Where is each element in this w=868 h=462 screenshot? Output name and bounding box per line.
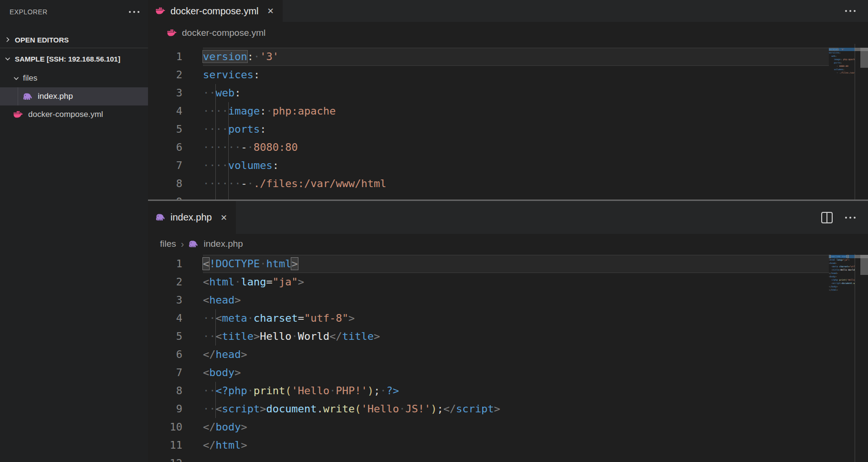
open-editors-label: OPEN EDITORS <box>15 36 69 44</box>
tab-index-php[interactable]: index.php ✕ <box>148 201 236 234</box>
code-line[interactable]: 12 <box>148 454 829 462</box>
minimap-line: ······-·8080:80 <box>829 64 855 68</box>
scrollbar-thumb[interactable] <box>860 255 868 275</box>
docker-whale-icon <box>167 29 177 37</box>
tab-bar-top: docker-compose.yml ✕ <box>148 0 868 22</box>
code-lines: 1version:·'3'2services:3··web:4····image… <box>148 48 829 200</box>
indent-guide <box>215 382 216 418</box>
code-line[interactable]: 5··<title>Hello·World</title> <box>148 327 829 346</box>
minimap-line: </body> <box>829 285 855 288</box>
editor-area: docker-compose.yml ✕ docker-compose.yml … <box>148 0 868 462</box>
scrollbar-track[interactable] <box>855 254 868 462</box>
minimap-line: ··web: <box>829 54 855 58</box>
explorer-sidebar: EXPLORER OPEN EDITORS SAMPLE [SSH: 192.1… <box>0 0 148 462</box>
chevron-down-icon <box>12 74 20 82</box>
line-number[interactable]: 9 <box>148 400 182 418</box>
workspace-section-header[interactable]: SAMPLE [SSH: 192.168.56.101] <box>0 48 148 69</box>
line-number[interactable]: 8 <box>148 382 182 400</box>
code-line[interactable]: 3<head> <box>148 291 829 309</box>
code-line[interactable]: 6······-·8080:80 <box>148 138 829 157</box>
more-actions-icon[interactable] <box>845 10 856 12</box>
line-number[interactable]: 6 <box>148 138 182 157</box>
editor-group-bottom: index.php ✕ files › index.php 1<!DOCTYPE… <box>148 201 868 462</box>
code-editor-docker-compose[interactable]: 1version:·'3'2services:3··web:4····image… <box>148 44 868 200</box>
tree-folder-files[interactable]: files <box>0 69 148 87</box>
php-elephant-icon <box>189 240 199 248</box>
code-line[interactable]: 2services: <box>148 66 829 84</box>
line-number[interactable]: 1 <box>148 255 182 273</box>
code-line[interactable]: 3··web: <box>148 84 829 102</box>
minimap-line: <head> <box>829 262 855 265</box>
line-number[interactable]: 2 <box>148 273 182 291</box>
editor-actions-bottom <box>821 201 868 234</box>
line-number[interactable]: 2 <box>148 66 182 84</box>
minimap[interactable]: <!DOCTYPE·html><html·lang="ja"><head>··<… <box>829 255 855 295</box>
code-line[interactable]: 10</body> <box>148 418 829 436</box>
minimap-line: ····volumes: <box>829 68 855 71</box>
code-line[interactable]: 6</head> <box>148 346 829 364</box>
open-editors-section-header[interactable]: OPEN EDITORS <box>0 32 148 48</box>
line-number[interactable]: 3 <box>148 84 182 102</box>
tab-docker-compose[interactable]: docker-compose.yml ✕ <box>148 0 283 22</box>
minimap-line: ······-·./files:/var/www/html <box>829 71 855 74</box>
close-icon[interactable]: ✕ <box>221 213 227 222</box>
scrollbar-track[interactable] <box>855 44 868 200</box>
breadcrumb-item[interactable]: index.php <box>203 239 243 249</box>
minimap-line: <html·lang="ja"> <box>829 258 855 262</box>
vscode-window: EXPLORER OPEN EDITORS SAMPLE [SSH: 192.1… <box>0 0 868 462</box>
line-number[interactable]: 5 <box>148 120 182 138</box>
line-number[interactable]: 5 <box>148 327 182 346</box>
split-editor-icon[interactable] <box>821 212 833 223</box>
line-number[interactable]: 12 <box>148 454 182 462</box>
breadcrumb-item[interactable]: docker-compose.yml <box>182 28 265 38</box>
code-line[interactable]: 1<!DOCTYPE·html> <box>148 255 829 273</box>
tree-file-docker-compose[interactable]: docker-compose.yml <box>0 105 148 124</box>
line-number[interactable]: 11 <box>148 436 182 454</box>
folder-name: files <box>23 74 37 83</box>
code-line[interactable]: 7<body> <box>148 364 829 382</box>
line-number[interactable]: 4 <box>148 102 182 120</box>
code-line[interactable]: 4··<meta·charset="utf-8"> <box>148 309 829 327</box>
code-line[interactable]: 9 <box>148 193 829 200</box>
breadcrumb: files › index.php <box>148 234 868 254</box>
code-line[interactable]: 9··<script>document.write('Hello·JS!');<… <box>148 400 829 418</box>
breadcrumb-item[interactable]: files <box>160 239 176 249</box>
explorer-title: EXPLORER <box>10 8 47 16</box>
tree-file-index-php[interactable]: index.php <box>0 87 148 105</box>
scrollbar-thumb[interactable] <box>860 48 868 68</box>
line-number[interactable]: 9 <box>148 193 182 200</box>
line-number[interactable]: 10 <box>148 418 182 436</box>
breadcrumb: docker-compose.yml <box>148 22 868 44</box>
code-line[interactable]: 2<html·lang="ja"> <box>148 273 829 291</box>
minimap-line: ····ports: <box>829 61 855 64</box>
code-lines: 1<!DOCTYPE·html>2<html·lang="ja">3<head>… <box>148 255 829 462</box>
line-number[interactable]: 7 <box>148 364 182 382</box>
minimap-line: </head> <box>829 272 855 275</box>
code-editor-index-php[interactable]: 1<!DOCTYPE·html>2<html·lang="ja">3<head>… <box>148 254 868 462</box>
minimap-line: ··<meta·charset="utf-8"> <box>829 265 855 268</box>
line-number[interactable]: 8 <box>148 175 182 193</box>
code-line[interactable]: 8······-·./files:/var/www/html <box>148 175 829 193</box>
line-number[interactable]: 6 <box>148 346 182 364</box>
code-line[interactable]: 11</html> <box>148 436 829 454</box>
chevron-right-icon <box>4 36 11 43</box>
code-line[interactable]: 8··<?php·print('Hello·PHP!');·?> <box>148 382 829 400</box>
line-number[interactable]: 1 <box>148 48 182 66</box>
minimap-line: <!DOCTYPE·html> <box>829 255 855 258</box>
php-elephant-icon <box>23 93 33 101</box>
code-line[interactable]: 4····image:·php:apache <box>148 102 829 120</box>
indent-guide <box>215 84 216 200</box>
more-actions-icon[interactable] <box>845 217 856 219</box>
tab-bar-bottom: index.php ✕ <box>148 201 868 234</box>
code-line[interactable]: 7····volumes: <box>148 157 829 175</box>
code-line[interactable]: 1version:·'3' <box>148 48 829 66</box>
close-icon[interactable]: ✕ <box>267 6 274 16</box>
minimap[interactable]: version:·'3'services:··web:····image:·ph… <box>829 48 855 78</box>
code-line[interactable]: 5····ports: <box>148 120 829 138</box>
line-number[interactable]: 4 <box>148 309 182 327</box>
docker-whale-icon <box>13 111 23 119</box>
line-number[interactable]: 3 <box>148 291 182 309</box>
line-number[interactable]: 7 <box>148 157 182 175</box>
file-name: index.php <box>38 92 73 101</box>
explorer-more-actions-icon[interactable] <box>129 11 139 13</box>
